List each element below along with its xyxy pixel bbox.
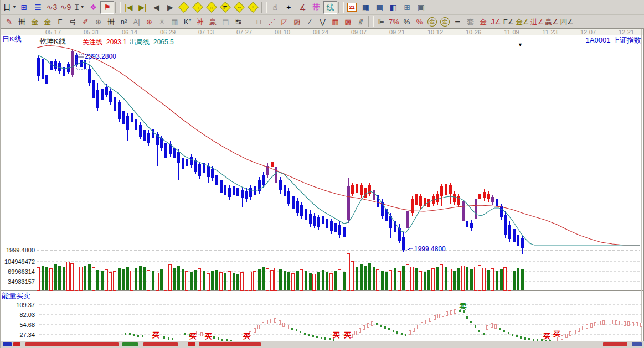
line-tool-icon[interactable]: 线 [323,1,337,14]
first-page-icon[interactable]: |◀ [122,1,136,14]
seven-pct-icon-glyph: 7% [389,18,399,25]
percent-icon[interactable]: % [400,16,413,28]
pen-grid-icon[interactable]: ✐ [79,16,92,28]
calendar-icon[interactable]: 21 [345,1,359,14]
j-angle-icon[interactable]: J∠ [490,16,502,28]
bow-grid-icon[interactable]: 弓 [66,16,79,28]
status-fragment [13,342,20,346]
notes-icon[interactable]: ▤ [373,1,387,14]
minute-line-9-icon[interactable]: ∿9 [59,1,73,14]
globe-grid-icon[interactable]: ⊕ [92,16,105,28]
date-tick-label: 07-13 [198,29,214,35]
circle-star-icon[interactable]: ✳ [156,16,168,28]
band-tool-icon[interactable]: 带 [310,1,323,14]
grid-box-icon[interactable]: ▦ [168,16,181,28]
gold-line-icon[interactable]: 金 [477,16,490,28]
status-bar [1,341,644,348]
buy-signal-marker: 买 [543,331,550,341]
shade-box-icon[interactable]: ▨ [291,16,303,28]
tri-lines-icon[interactable]: ⫻ [354,16,367,28]
angle-tool-icon[interactable]: ∡ [296,1,310,14]
ying-angle-icon-glyph: 赢∠ [545,18,559,25]
seven-pct-icon[interactable]: 7% [388,16,400,28]
diamond-both-icon[interactable]: ↔ [205,1,219,14]
info-board-icon-glyph: ☰ [34,3,42,11]
a-tool-icon[interactable]: A| [130,16,143,28]
red-grid-icon-glyph: ▦ [332,18,338,25]
gold-grid-icon[interactable]: 金 [28,16,41,28]
circle-cross-icon[interactable]: ⊕ [143,16,156,28]
copy-icon[interactable]: ⊞ [400,1,414,14]
hash2-icon[interactable]: 卌 [105,16,117,28]
first-page-icon-glyph: |◀ [125,3,132,11]
period-selector[interactable]: 日▼ [3,1,17,14]
minute-line-3-icon[interactable]: ∿3 [45,1,59,14]
diamond-swap-icon[interactable]: ⇄ [219,1,233,14]
info-board-icon[interactable]: ☰ [31,1,45,14]
width-tool-icon-glyph: ↹ [235,18,241,25]
prev-icon[interactable]: ◀ [150,1,163,14]
save-icon[interactable]: ◧ [387,1,400,14]
tao-icon[interactable]: 套 [464,16,477,28]
calculator-icon[interactable]: ▦ [359,1,373,14]
box-line-icon[interactable]: ⊓ [253,16,265,28]
kline-chart-canvas[interactable] [1,29,644,341]
n2-grid-icon[interactable]: n² [117,16,130,28]
print-icon[interactable]: ▣ [414,1,428,14]
gold-line-icon-glyph: 金 [480,18,487,25]
width-tool-icon[interactable]: ↹ [232,16,245,28]
percent-line-icon[interactable]: % [413,16,426,28]
num-grid-icon[interactable]: ▤ [219,16,232,28]
prev-icon-glyph: ◀ [153,3,159,11]
pen-icon-glyph: ✎ [6,18,12,25]
k-quote-icon[interactable]: K″ [181,16,194,28]
ladder-icon[interactable]: ⊫ [375,16,388,28]
date-tick-label: 10-12 [427,29,443,35]
red-grid-icon[interactable]: ▦ [329,16,342,28]
diamond-right-icon[interactable]: → [191,1,205,14]
circled-gold-icon-glyph: 金 [427,17,437,27]
pan-hand-icon[interactable]: ☝ [268,1,282,14]
diamond-shape: ⇄ [220,2,231,13]
last-page-icon[interactable]: ▶| [136,1,150,14]
minute-line-9-icon-glyph: ∿9 [60,3,71,11]
chevron-down-icon[interactable]: ▼ [518,42,523,48]
tri-bar-icon-glyph: ≣ [455,18,461,25]
si-angle-icon[interactable]: 四∠ [559,16,574,28]
circled-gold-icon[interactable]: 金 [426,16,439,28]
vee-lines-icon[interactable]: ⋁ [316,16,329,28]
diagonal-icon[interactable]: ∕ [303,16,316,28]
hash-grid-icon[interactable]: 卌 [16,16,28,28]
f-grid-icon[interactable]: F [54,16,66,28]
circled-gold2-icon[interactable]: 金 [439,16,451,28]
fan-box-icon[interactable]: ◸ [278,16,291,28]
gold-angle-icon[interactable]: 金∠ [515,16,530,28]
chart-area: 日K线 乾坤K线 关注线=2093.1 出局线=2065.5 1A0001 上证… [1,29,644,341]
gold-grid2-icon[interactable]: 金 [41,16,54,28]
distribution-icon[interactable]: ⚑ [100,1,114,14]
date-tick-label: 12-21 [619,29,634,35]
diamond-left-icon[interactable]: ← [177,1,191,14]
gann-fan-icon[interactable]: ⋰ [265,16,278,28]
red-grid2-icon[interactable]: ▩ [342,16,354,28]
shen-grid-icon[interactable]: 神 [194,16,207,28]
diamond-all-icon[interactable]: + [246,1,260,14]
gold-grid-icon-glyph: 金 [31,18,38,25]
ying-grid-icon[interactable]: 赢 [207,16,219,28]
overlap-windows-icon[interactable]: ⊞ [17,1,31,14]
toolbar-separator [115,2,121,13]
symbol-label: 1A0001 上证指数 [586,35,641,45]
pattern-icon[interactable]: ❖ [86,1,100,14]
tri-bar-icon[interactable]: ≣ [451,16,464,28]
candle-style-selector[interactable]: ⌶▼ [73,1,86,14]
a-tool-icon-glyph: A| [133,18,140,25]
next-icon[interactable]: ▶ [163,1,177,14]
diamond-expand-icon[interactable]: ⇔ [233,1,246,14]
k-quote-icon-glyph: K″ [184,18,191,25]
jin-angle-icon[interactable]: 进∠ [530,16,545,28]
ying-angle-icon[interactable]: 赢∠ [544,16,559,28]
f-angle-icon[interactable]: F∠ [502,16,515,28]
toolbar-separator [246,16,251,27]
pen-icon[interactable]: ✎ [3,16,16,28]
crosshair-icon[interactable]: + [282,1,296,14]
